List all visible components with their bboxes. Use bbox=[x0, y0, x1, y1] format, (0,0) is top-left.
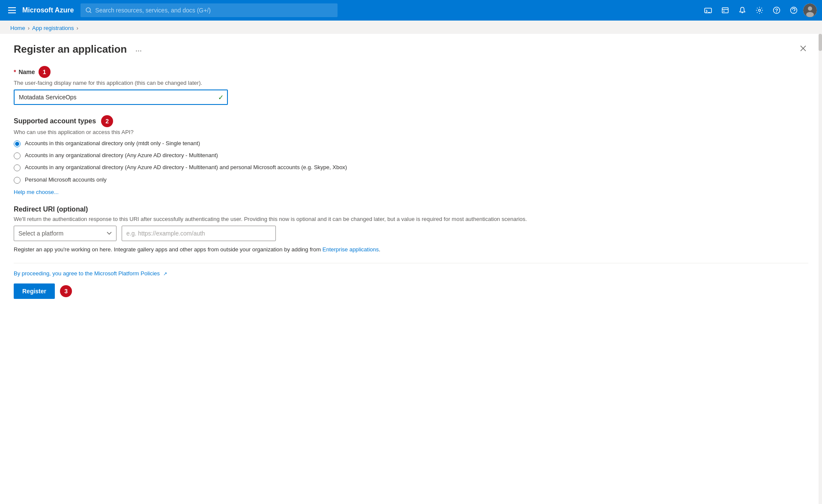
notice-text: Register an app you're working on here. … bbox=[14, 246, 808, 253]
redirect-uri-description: We'll return the authentication response… bbox=[14, 216, 808, 222]
svg-point-0 bbox=[86, 8, 90, 12]
account-types-heading-row: Supported account types 2 bbox=[14, 115, 808, 127]
name-input[interactable] bbox=[14, 89, 228, 105]
hamburger-menu[interactable] bbox=[5, 3, 19, 17]
radio-option-multitenant[interactable]: Accounts in any organizational directory… bbox=[14, 152, 808, 159]
radio-option-personal-only[interactable]: Personal Microsoft accounts only bbox=[14, 176, 808, 184]
svg-point-11 bbox=[793, 12, 794, 13]
name-label-text: Name bbox=[18, 69, 35, 75]
svg-line-1 bbox=[90, 12, 91, 13]
required-star: * bbox=[14, 69, 16, 75]
breadcrumb-app-registrations[interactable]: App registrations bbox=[32, 25, 74, 31]
svg-point-13 bbox=[808, 6, 812, 11]
form-footer: By proceeding, you agree to the Microsof… bbox=[14, 263, 808, 299]
radio-label-single-tenant: Accounts in this organizational director… bbox=[25, 140, 200, 147]
scroll-thumb[interactable] bbox=[819, 34, 822, 51]
radio-multitenant-personal[interactable] bbox=[14, 164, 21, 171]
step-badge-3: 3 bbox=[60, 285, 72, 297]
name-input-wrapper: ✓ bbox=[14, 89, 228, 105]
step-badge-2: 2 bbox=[101, 115, 113, 127]
help-icon[interactable]: ? bbox=[769, 3, 784, 18]
radio-group: Accounts in this organizational director… bbox=[14, 140, 808, 184]
radio-multitenant[interactable] bbox=[14, 152, 21, 159]
radio-label-personal-only: Personal Microsoft accounts only bbox=[25, 176, 107, 184]
name-label: * Name 1 bbox=[14, 66, 808, 78]
topbar-icons: ? bbox=[700, 3, 817, 18]
svg-rect-4 bbox=[722, 8, 728, 13]
notice-after: . bbox=[379, 246, 380, 253]
policy-text: By proceeding, you agree to the Microsof… bbox=[14, 270, 808, 277]
radio-label-multitenant: Accounts in any organizational directory… bbox=[25, 152, 218, 159]
page-title: Register an application bbox=[14, 43, 127, 55]
name-section: * Name 1 The user-facing display name fo… bbox=[14, 66, 808, 105]
redirect-uri-heading: Redirect URI (optional) bbox=[14, 206, 808, 213]
breadcrumb-sep-1: › bbox=[28, 25, 30, 31]
name-description: The user-facing display name for this ap… bbox=[14, 80, 808, 86]
breadcrumb: Home › App registrations › bbox=[0, 21, 822, 34]
svg-point-7 bbox=[759, 9, 761, 12]
notifications-icon[interactable] bbox=[735, 3, 750, 18]
help-choose-link[interactable]: Help me choose... bbox=[14, 189, 59, 195]
scroll-track bbox=[819, 34, 822, 504]
form-panel: Register an application ... * Name 1 The… bbox=[0, 34, 822, 504]
register-button[interactable]: Register bbox=[14, 283, 55, 299]
settings-icon[interactable] bbox=[752, 3, 767, 18]
radio-option-multitenant-personal[interactable]: Accounts in any organizational directory… bbox=[14, 164, 808, 171]
close-icon bbox=[800, 45, 807, 52]
directory-icon[interactable] bbox=[717, 3, 733, 18]
enterprise-applications-link[interactable]: Enterprise applications bbox=[323, 246, 379, 253]
check-icon: ✓ bbox=[218, 93, 224, 101]
account-types-heading: Supported account types bbox=[14, 117, 96, 125]
search-bar[interactable] bbox=[81, 3, 338, 17]
external-link-icon: ↗ bbox=[163, 271, 167, 276]
topbar: Microsoft Azure bbox=[0, 0, 822, 21]
policy-link[interactable]: Microsoft Platform Policies bbox=[94, 270, 160, 277]
account-types-section: Supported account types 2 Who can use th… bbox=[14, 115, 808, 195]
register-row: Register 3 bbox=[14, 283, 808, 299]
radio-option-single-tenant[interactable]: Accounts in this organizational director… bbox=[14, 140, 808, 147]
redirect-uri-section: Redirect URI (optional) We'll return the… bbox=[14, 206, 808, 253]
policy-before: By proceeding, you agree to the bbox=[14, 270, 94, 277]
svg-text:?: ? bbox=[775, 8, 778, 14]
more-options-button[interactable]: ... bbox=[132, 43, 145, 55]
cloud-shell-icon[interactable] bbox=[700, 3, 716, 18]
breadcrumb-home[interactable]: Home bbox=[10, 25, 25, 31]
platform-select-wrapper: Select a platform Web Single-page applic… bbox=[14, 226, 117, 241]
radio-single-tenant[interactable] bbox=[14, 140, 21, 147]
redirect-uri-input[interactable] bbox=[122, 226, 276, 241]
feedback-icon[interactable] bbox=[786, 3, 801, 18]
radio-label-multitenant-personal: Accounts in any organizational directory… bbox=[25, 164, 347, 171]
redirect-uri-row: Select a platform Web Single-page applic… bbox=[14, 226, 808, 241]
main-wrapper: Home › App registrations › Register an a… bbox=[0, 21, 822, 504]
platform-select[interactable]: Select a platform Web Single-page applic… bbox=[14, 226, 117, 241]
user-avatar[interactable] bbox=[803, 3, 817, 17]
brand-name: Microsoft Azure bbox=[22, 6, 74, 14]
search-input[interactable] bbox=[95, 7, 332, 14]
notice-before: Register an app you're working on here. … bbox=[14, 246, 323, 253]
page-title-row: Register an application ... bbox=[14, 42, 808, 56]
radio-personal-only[interactable] bbox=[14, 177, 21, 184]
breadcrumb-sep-2: › bbox=[77, 25, 78, 31]
svg-point-6 bbox=[723, 11, 725, 12]
account-types-question: Who can use this application or access t… bbox=[14, 129, 808, 135]
search-icon bbox=[86, 7, 92, 13]
close-button[interactable] bbox=[798, 42, 808, 56]
page-title-left: Register an application ... bbox=[14, 43, 145, 55]
svg-point-14 bbox=[806, 12, 814, 17]
step-badge-1: 1 bbox=[39, 66, 51, 78]
